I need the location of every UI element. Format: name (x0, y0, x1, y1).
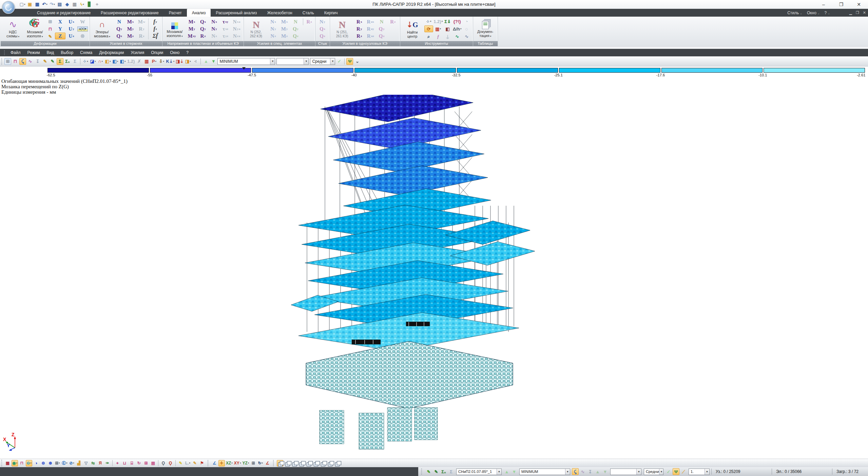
chevron-down-icon[interactable]: ▼ (497, 469, 501, 475)
ribbon-button[interactable]: N (290, 18, 301, 25)
frame-fragment-icon[interactable]: ⊞ (143, 460, 149, 466)
frame-icon[interactable]: ⊓ (19, 460, 25, 466)
squares-n1-icon[interactable]: ◧▾ (112, 58, 119, 65)
pick-icon[interactable]: ⁖ (192, 58, 199, 65)
zoom-in-icon[interactable]: Ϙ (160, 460, 167, 466)
one-node-n-button[interactable]: NN (251,261 КЭ) (332, 20, 353, 38)
ribbon-button[interactable]: Qz (377, 33, 387, 39)
check-values-icon[interactable]: {?!} (453, 18, 462, 25)
curves-icon[interactable]: ∿ (453, 33, 462, 40)
menu-item-8[interactable]: Окно (167, 50, 183, 55)
ribbon-button[interactable]: Qz (290, 33, 301, 39)
flag-red-icon[interactable]: ⚑ (199, 460, 205, 466)
mosaic-blue-icon[interactable]: ◪▾ (90, 58, 96, 65)
ribbon-button[interactable]: Rz (388, 18, 398, 25)
ribbon-button[interactable]: Mz (125, 33, 136, 39)
leaf-icon[interactable]: Ψ (673, 468, 679, 475)
new-file-icon[interactable]: ▢▾ (19, 1, 26, 8)
menu-item-5[interactable]: Деформации (96, 50, 127, 55)
tab-7[interactable]: Кирпич (319, 9, 343, 17)
up-icon[interactable]: ▲ (503, 468, 510, 475)
pencil-green-icon[interactable]: ✎ (425, 468, 432, 475)
mdi-minimize-button[interactable]: ▁ (849, 11, 852, 15)
fragment-poly-icon[interactable]: ⍓ (129, 460, 135, 466)
ribbon-button[interactable]: Nxa (231, 18, 242, 25)
window-menu-0[interactable]: Стиль⌄ (787, 11, 802, 15)
ribbon-button[interactable]: Ux (66, 18, 77, 25)
bottom-view-icon[interactable] (320, 460, 326, 466)
apply-icon[interactable]: ✓ (665, 468, 672, 475)
average-combo[interactable]: Средни▼ (644, 469, 663, 475)
ribbon-button[interactable]: Qz (114, 33, 124, 39)
ribbon-button[interactable]: Qz (317, 33, 328, 39)
ribbon-button[interactable]: Qx (198, 18, 208, 25)
p-load-icon[interactable]: P▾ (151, 58, 157, 65)
ribbon-button[interactable]: X (55, 18, 65, 25)
mosaic-isofields-plates-button[interactable]: Мозаика/изополя▾ (164, 20, 185, 38)
k-down-icon[interactable]: K⇣▾ (166, 58, 175, 65)
chevron-down-icon[interactable]: ▼ (304, 58, 308, 65)
ribbon-button[interactable]: Qy (114, 25, 124, 32)
axes-center-icon[interactable]: ✛ (218, 460, 225, 466)
ribbon-button[interactable]: Ny (317, 18, 328, 25)
mosaic-isofields-button[interactable]: GМозаика/изополя▾ (24, 19, 45, 39)
ribbon-button[interactable]: Mw (136, 18, 147, 25)
measure-icon[interactable]: ✎ (177, 460, 184, 466)
ef-circle-icon[interactable]: Ⓔ▾ (61, 460, 68, 466)
ribbon-button[interactable]: Ny (209, 25, 219, 32)
back-view-icon[interactable] (291, 460, 297, 466)
filter-icon[interactable]: ▽ (83, 460, 89, 466)
tab-3[interactable]: Анализ (187, 9, 211, 17)
pencil-icon[interactable]: ✎ (192, 460, 198, 466)
axes-icon[interactable]: ∠ (211, 460, 218, 466)
ribbon-button[interactable]: Nya (231, 25, 242, 32)
mdi-close-button[interactable]: ✕ (863, 11, 866, 15)
scheme-frame-icon[interactable]: ⊓ (12, 58, 19, 65)
export-result-icon[interactable]: ⇩▾ (158, 58, 165, 65)
node-grid-icon[interactable]: ⁘▾ (82, 58, 89, 65)
ribbon-button[interactable]: Nz (209, 33, 219, 39)
chevron-down-icon[interactable]: ▼ (270, 58, 275, 65)
result-criterion-combo[interactable]: MINIMUM▼ (217, 58, 275, 65)
save-icon[interactable]: ▦ (34, 1, 41, 8)
tab-6[interactable]: Сталь (297, 9, 319, 17)
ribbon-button[interactable]: Z (55, 33, 65, 39)
spot-icon[interactable]: ◌ (462, 25, 471, 32)
menu-item-9[interactable]: ? (183, 50, 192, 55)
norm-combo[interactable]: СНиП2.01.07-85*_1▼ (456, 469, 502, 475)
chevron-down-icon[interactable]: ▼ (636, 469, 641, 475)
right-view-icon[interactable] (305, 460, 312, 466)
pencil-dark-green-icon[interactable]: ✎ (433, 468, 440, 475)
prev-fragment-icon[interactable]: ▤ (150, 460, 156, 466)
up-icon[interactable]: ▲ (594, 468, 601, 475)
ribbon-button[interactable]: Rz (198, 33, 208, 39)
book-icon[interactable]: ▤ (56, 1, 63, 8)
ribbon-button[interactable]: Σf̄ (150, 33, 160, 39)
more-options-icon[interactable]: ÷ (94, 1, 100, 8)
sum-loads-icon[interactable]: Σ⇓ (443, 18, 452, 25)
graph-icon[interactable]: ∿ (462, 33, 471, 40)
ribbon-button[interactable]: Rz (354, 33, 365, 39)
ribbon-button[interactable]: My (279, 25, 290, 32)
close-button[interactable]: ✕ (855, 2, 863, 7)
undo-icon[interactable]: ↶▾ (41, 1, 48, 8)
numbers-icon[interactable]: 1.2)▾ (434, 18, 443, 25)
leaf-icon[interactable]: Ψ (346, 58, 353, 65)
numbers-icon[interactable]: 1.2) (127, 58, 135, 65)
ribbon-button[interactable]: Mx (125, 18, 136, 25)
restore-button[interactable]: ❐ (837, 2, 845, 7)
anchor-icon[interactable]: ↧ (34, 58, 41, 65)
ribbon-button[interactable]: Rz (303, 18, 313, 25)
histogram-icon[interactable]: ▥ (143, 58, 150, 65)
xy-view-icon[interactable]: XY▾ (234, 460, 242, 466)
histogram-icon[interactable]: ▥▾ (434, 25, 443, 32)
left-view-icon[interactable] (298, 460, 305, 466)
ribbon-button[interactable]: τxy (220, 18, 231, 25)
ribbon-button[interactable]: Ry (354, 25, 365, 32)
lines-circle-icon[interactable]: ⊜ (40, 460, 46, 466)
menu-item-0[interactable]: Файл (7, 50, 24, 55)
ribbon-button[interactable]: Mx (279, 18, 290, 25)
redo-icon[interactable]: ↷▾ (49, 1, 56, 8)
fragment-rect-icon[interactable]: ⊔ (121, 460, 128, 466)
anchor-icon[interactable]: ↧ (587, 468, 594, 475)
